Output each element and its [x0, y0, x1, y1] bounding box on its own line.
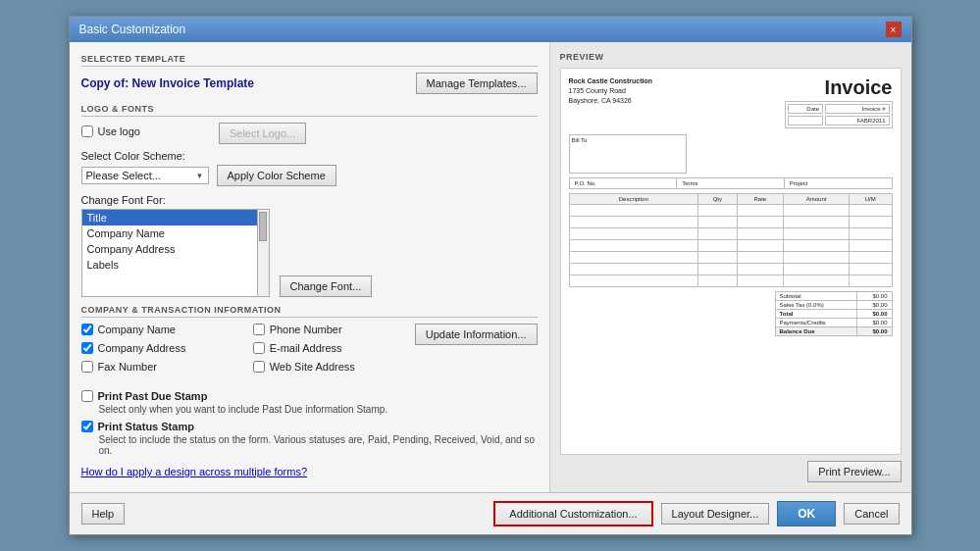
- font-list-item-3[interactable]: Labels: [82, 257, 257, 273]
- check-phone: Phone Number: [253, 324, 405, 335]
- inv-title-block: Invoice Date Invoice # FABR2011: [785, 76, 893, 128]
- inv-line-table: Description Qty Rate Amount U/M: [569, 193, 893, 287]
- print-status-desc: Select to include the status on the form…: [99, 434, 538, 456]
- website-label: Web Site Address: [270, 361, 355, 373]
- help-link[interactable]: How do I apply a design across multiple …: [81, 466, 308, 477]
- inv-po-row: P.O. No. Terms Project: [569, 177, 893, 189]
- logo-fonts-section: LOGO & FONTS Use logo Select Logo... Sel…: [81, 104, 538, 297]
- font-list-item-2[interactable]: Company Address: [82, 241, 257, 257]
- dialog-footer: Help Additional Customization... Layout …: [70, 492, 911, 534]
- scrollbar-thumb: [259, 212, 267, 241]
- use-logo-checkbox[interactable]: [81, 125, 93, 137]
- invoice-num-label: Invoice #: [825, 104, 889, 114]
- address-label: Company Address: [98, 342, 186, 354]
- inv-company: Rock Castle Construction 1735 County Roa…: [569, 76, 653, 128]
- help-button[interactable]: Help: [81, 503, 126, 525]
- inv-header: Rock Castle Construction 1735 County Roa…: [569, 76, 893, 128]
- use-logo-label: Use logo: [98, 125, 140, 137]
- check-address: Company Address: [81, 342, 233, 354]
- fax-label: Fax Number: [98, 361, 158, 373]
- email-checkbox[interactable]: [253, 342, 265, 354]
- company-grid: Company Name Phone Number Company Addres…: [81, 324, 405, 376]
- font-list-scrollbar[interactable]: [258, 209, 270, 297]
- footer-left: Help: [81, 503, 126, 525]
- inv-bill-to: Bill To: [569, 134, 687, 174]
- col-desc: Description: [569, 194, 698, 205]
- print-status-label: Print Status Stamp: [98, 421, 194, 432]
- manage-templates-button[interactable]: Manage Templates...: [416, 73, 538, 94]
- logo-select-row: Use logo Select Logo...: [81, 123, 538, 144]
- font-list[interactable]: TitleCompany NameCompany AddressLabels: [81, 209, 258, 297]
- selected-template-section: SELECTED TEMPLATE Copy of: New Invoice T…: [81, 54, 538, 94]
- line-row-6: [569, 264, 698, 276]
- change-font-section: Change Font For: TitleCompany NameCompan…: [81, 194, 538, 297]
- inv-company-name: Rock Castle Construction: [569, 76, 653, 86]
- update-info-button[interactable]: Update Information...: [415, 324, 538, 345]
- print-preview-button[interactable]: Print Preview...: [807, 461, 901, 482]
- line-row-7: [569, 276, 698, 287]
- print-status-row: Print Status Stamp: [81, 421, 538, 432]
- terms-label: Terms: [677, 178, 785, 188]
- payments-value: $0.00: [856, 319, 892, 327]
- subtotal-label: Subtotal: [775, 292, 856, 301]
- color-row: Please Select... ▼ Apply Color Scheme: [81, 165, 538, 186]
- font-list-item-1[interactable]: Company Name: [82, 225, 257, 241]
- use-logo-row: Use logo: [81, 125, 140, 137]
- print-past-due-row: Print Past Due Stamp: [81, 390, 538, 402]
- col-um: U/M: [849, 194, 892, 205]
- color-dropdown-value: Please Select...: [86, 170, 161, 181]
- select-logo-button[interactable]: Select Logo...: [219, 123, 306, 144]
- ok-button[interactable]: OK: [777, 501, 836, 526]
- line-row-5: [569, 252, 698, 264]
- apply-color-button[interactable]: Apply Color Scheme: [217, 165, 336, 186]
- template-row: Copy of: New Invoice Template Manage Tem…: [81, 73, 538, 94]
- col-amount: Amount: [784, 194, 850, 205]
- inv-title: Invoice: [785, 76, 893, 99]
- line-row-3: [569, 228, 698, 240]
- layout-designer-button[interactable]: Layout Designer...: [661, 503, 770, 525]
- phone-label: Phone Number: [270, 324, 342, 335]
- bill-to-label: Bill To: [572, 137, 684, 143]
- check-company-name: Company Name: [81, 324, 233, 335]
- additional-customization-button[interactable]: Additional Customization...: [493, 501, 652, 526]
- phone-checkbox[interactable]: [253, 324, 265, 335]
- fax-checkbox[interactable]: [81, 361, 93, 373]
- footer-right: Additional Customization... Layout Desig…: [493, 501, 899, 526]
- select-color-label: Select Color Scheme:: [81, 150, 538, 162]
- chevron-down-icon: ▼: [196, 172, 204, 180]
- right-panel: PREVIEW Rock Castle Construction 1735 Co…: [550, 42, 911, 492]
- change-font-label: Change Font For:: [81, 194, 538, 206]
- logo-fonts-label: LOGO & FONTS: [81, 104, 538, 117]
- font-list-item-0[interactable]: Title: [82, 210, 257, 225]
- dialog-body: SELECTED TEMPLATE Copy of: New Invoice T…: [70, 42, 911, 492]
- inv-address1: 1735 County Road: [569, 86, 653, 96]
- cancel-button[interactable]: Cancel: [844, 503, 899, 525]
- selected-template-label: SELECTED TEMPLATE: [81, 54, 538, 67]
- company-name-checkbox[interactable]: [81, 324, 93, 335]
- print-past-due-checkbox[interactable]: [81, 390, 93, 402]
- change-font-button[interactable]: Change Font...: [280, 276, 373, 297]
- color-scheme-dropdown[interactable]: Please Select... ▼: [81, 167, 209, 184]
- po-label: P.O. No.: [570, 178, 678, 188]
- line-row-4: [569, 240, 698, 252]
- company-name-label: Company Name: [98, 324, 176, 335]
- total-value: $0.00: [856, 310, 892, 319]
- close-button[interactable]: ×: [886, 22, 902, 37]
- update-info-row: Company Name Phone Number Company Addres…: [81, 324, 538, 384]
- inv-totals-table: Subtotal $0.00 Sales Tax (0.0%) $0.00 To…: [775, 291, 893, 336]
- font-list-container: TitleCompany NameCompany AddressLabels C…: [81, 209, 538, 297]
- check-email: E-mail Address: [253, 342, 405, 354]
- inv-address2: Bayshore, CA 94326: [569, 96, 653, 106]
- basic-customization-dialog: Basic Customization × SELECTED TEMPLATE …: [69, 16, 912, 535]
- preview-label: PREVIEW: [560, 52, 902, 62]
- address-checkbox[interactable]: [81, 342, 93, 354]
- balance-label: Balance Due: [775, 327, 856, 336]
- tax-value: $0.00: [856, 301, 892, 310]
- date-value: [788, 116, 824, 125]
- website-checkbox[interactable]: [253, 361, 265, 373]
- tax-label: Sales Tax (0.0%): [775, 301, 856, 310]
- dialog-title: Basic Customization: [79, 23, 186, 36]
- inv-header-table: Date Invoice # FABR2011: [785, 101, 893, 128]
- print-status-checkbox[interactable]: [81, 421, 93, 432]
- check-website: Web Site Address: [253, 361, 405, 373]
